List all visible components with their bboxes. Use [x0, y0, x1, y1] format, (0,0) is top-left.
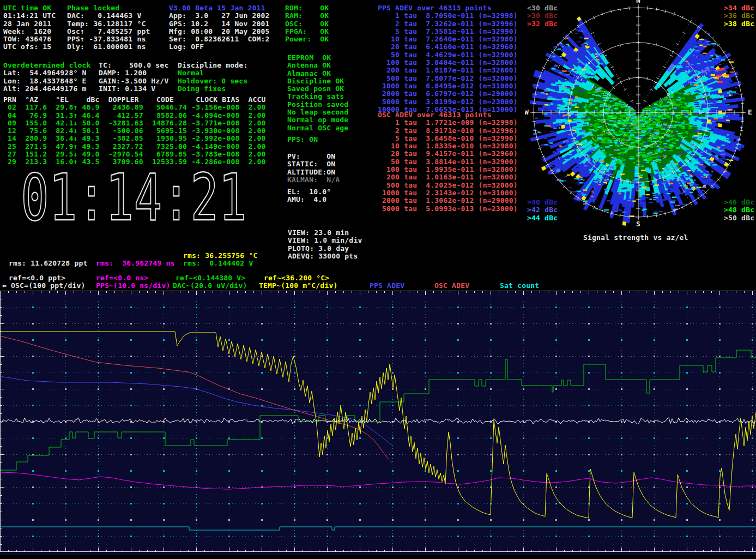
legend-dbc-top-left-line: >30 dBc: [527, 12, 558, 20]
eeprom-status-line: Normal op mode: [287, 116, 348, 124]
legend-dbc-top-right: >34 dBc>36 dBc>38 dBc: [724, 4, 754, 28]
el-amu-line: EL: 10.0°: [287, 188, 331, 196]
plot-label-temp: TEMP~(100 m°C/div): [259, 282, 337, 290]
discipline-mode-line: Holdover: 0 secs: [178, 77, 247, 85]
eeprom-status-line: Position saved: [287, 101, 348, 109]
pps-adev-table-line: 50 tau 4.4629e-011 (n=32900): [378, 51, 518, 59]
osc-adev-table: OSC ADEV over 46313 points 1 tau 1.7721e…: [378, 111, 518, 213]
eeprom-status-line: EEPROM OK: [287, 54, 348, 62]
utc-status-line: 28 Jan 2011: [3, 20, 56, 28]
sat-table-line: 25 271.5 47.9↑ 49.3 2327.72 7325.00 -4.1…: [3, 143, 266, 151]
eeprom-status-line: Normal OSC age: [287, 124, 348, 132]
legend-dbc-top-right-line: >34 dBc: [724, 4, 754, 12]
legend-dbc-top-right-line: >38 dBc: [724, 20, 754, 28]
signal-strength-polar-map: NESW: [525, 0, 756, 231]
el-amu-line: AMU: 4.0: [287, 196, 331, 203]
pps-adev-table-line: 100 tau 3.0404e-011 (n=32800): [378, 59, 518, 67]
loop-params-line: INIT: 0.134 V: [99, 85, 168, 93]
discipline-mode-line: Doing fixes: [178, 85, 247, 93]
pps-adev-table-line: 20 tau 6.4160e-011 (n=32960): [378, 43, 518, 51]
eeprom-status-line: Almanac OK: [287, 70, 348, 77]
view-info-line: ADEVQ: 33000 pts: [288, 253, 362, 260]
discipline-mode-line: Normal: [178, 69, 247, 77]
el-amu: EL: 10.0°AMU: 4.0: [287, 188, 331, 204]
osc-params-line: PPS↑ -37.833481 ns: [67, 35, 150, 43]
pps-adev-table: PPS ADEV over 46313 points 1 tau 8.7050e…: [378, 4, 518, 113]
osc-adev-table-line: OSC ADEV over 46313 points: [378, 111, 518, 119]
fix-mode-line: STATIC: ON: [287, 160, 340, 168]
plot-label-dac-line: DAC~(20.0 uV/div): [173, 282, 247, 290]
version-info-line: V3.00 Beta 15 Jan 2011: [169, 4, 270, 12]
utc-status: UTC time OK01:14:21 UTC28 Jan 2011Week: …: [3, 4, 56, 51]
plot-label-pps-adev-line: PPS ADEV: [370, 282, 404, 290]
plot-label-osc-adev: OSC ADEV: [434, 282, 469, 290]
eeprom-status-line: Antenna OK: [287, 62, 348, 69]
utc-status-line: TOW: 436476: [3, 35, 56, 43]
version-info-line: Mfg: 08:00 20 May 2005: [169, 28, 270, 35]
osc-adev-table-line: 500 tau 4.2025e-012 (n=32000): [378, 182, 518, 189]
receiver-status-line: ROM: OK: [285, 4, 329, 12]
pps-adev-table-line: 2 tau 7.3262e-011 (n=32996): [378, 20, 518, 28]
rms-osc: rms: 11.620728 ppt: [9, 260, 87, 267]
od-clock-line: Overdetermined clock: [3, 62, 91, 69]
osc-adev-table-line: 1 tau 1.7721e-009 (n=32998): [378, 119, 518, 127]
plot-label-osc-line: ⇐ OSC=(100 ppt/div): [2, 282, 86, 290]
compass-N: N: [636, 0, 640, 4]
osc-adev-table-line: 5000 tau 5.0993e-013 (n=23000): [378, 205, 518, 213]
legend-dbc-bottom-right-line: >48 dBc: [724, 206, 754, 214]
sat-table-line: 04 76.9 31.3↑ 46.4 412.57 8582.06 -4.094…: [3, 112, 266, 119]
discipline-mode-line: Discipline mode:: [178, 62, 247, 69]
sat-table-line: 12 75.6 82.4↓ 50.1 -500.86 5695.15 -3.93…: [3, 127, 266, 135]
od-clock-line: Alt: 204.46449176 m: [3, 85, 91, 93]
pps-adev-table-line: 10 tau 7.2640e-011 (n=32980): [378, 35, 518, 43]
plot-label-osc: ⇐ OSC=(100 ppt/div): [2, 282, 86, 290]
plot-label-temp-line: TEMP~(100 m°C/div): [259, 282, 337, 290]
loop-params-line: DAMP: 1.200: [99, 69, 168, 77]
receiver-status: ROM: OKRAM: OKOSC: OKFPGA: OKPower: OK: [285, 4, 329, 43]
osc-params-line: DAC: 0.144463 V: [67, 12, 150, 20]
version-info-line: Log: OFF: [169, 43, 270, 51]
plot-label-pps-adev: PPS ADEV: [370, 282, 404, 290]
pps-adev-table-line: 2000 tau 6.6797e-012 (n=29000): [378, 90, 518, 98]
receiver-status-line: OSC: OK: [285, 20, 329, 28]
loop-params: TC: 500.0 secDAMP: 1.200GAIN:-3.500 Hz/V…: [99, 62, 168, 93]
legend-dbc-bottom-right: >46 dBc>48 dBc>50 dBc: [724, 199, 754, 222]
view-info-line: VIEW: 23.0 min: [288, 229, 362, 237]
discipline-mode: Discipline mode:NormalHoldover: 0 secsDo…: [178, 62, 247, 93]
eeprom-status-line: Saved posn OK: [287, 85, 348, 93]
pps-adev-table-line: 1 tau 8.7050e-011 (n=32998): [378, 12, 518, 20]
view-info: VIEW: 23.0 minVIEW: 1.0 min/divPLOTQ: 3.…: [288, 229, 362, 260]
osc-params-line: Osc↑ 7.485257 ppt: [67, 28, 150, 35]
big-clock-digits: 01:14:21: [21, 164, 247, 226]
sat-table-line: PRN °AZ °EL dBc DOPPLER CODE CLOCK BIAS …: [3, 96, 266, 104]
version-info-line: GPS: 10.2 14 Nov 2001: [169, 20, 270, 28]
utc-status-line: Week: 1620: [3, 28, 56, 35]
pps-adev-table-line: 5 tau 7.3581e-011 (n=32990): [378, 28, 518, 35]
osc-adev-table-line: 200 tau 1.0163e-011 (n=32600): [378, 173, 518, 181]
osc-params: Phase lockedDAC: 0.144463 VTemp: 36.1281…: [67, 4, 150, 51]
version-info-line: App: 3.0 27 Jun 2002: [169, 12, 270, 20]
rms-pps: rms: 36.962749 ns: [96, 260, 174, 267]
version-info: V3.00 Beta 15 Jan 2011App: 3.0 27 Jun 20…: [169, 4, 270, 51]
rms-dac: rms: 0.144402 V: [183, 260, 253, 267]
fix-mode-line: PV: ON: [287, 153, 340, 160]
eeprom-status-line: Tracking sats: [287, 93, 348, 100]
legend-dbc-top-left: <30 dBc>30 dBc>32 dBc: [527, 4, 558, 28]
view-info-line: PLOTQ: 3.0 day: [288, 245, 362, 253]
osc-adev-table-line: 10 tau 1.8335e-010 (n=32980): [378, 142, 518, 150]
legend-dbc-bottom-right-line: >50 dBc: [724, 214, 754, 222]
receiver-status-line: FPGA: OK: [285, 28, 329, 35]
legend-dbc-bottom-right-line: >46 dBc: [724, 199, 754, 206]
view-info-line: VIEW: 1.0 min/div: [288, 237, 362, 244]
legend-dbc-bottom-left-line: >40 dBc: [527, 199, 558, 206]
osc-params-line: Phase locked: [67, 4, 150, 12]
pps-adev-table-line: PPS ADEV over 46313 points: [378, 4, 518, 12]
sat-table-line: 29 213.3 16.0↑ 43.5 3709.60 12533.59 -4.…: [3, 158, 266, 166]
legend-dbc-top-right-line: >36 dBc: [724, 12, 754, 20]
plot-label-dac: DAC~(20.0 uV/div): [173, 282, 247, 290]
compass-W: W: [525, 108, 529, 116]
sat-table-line: 27 151.2 29.5↓ 49.0 -2970.54 6789.85 -3.…: [3, 151, 266, 158]
eeprom-status: EEPROM OKAntenna OKAlmanac OKDiscipline …: [287, 54, 348, 132]
osc-adev-table-line: 5 tau 3.6458e-010 (n=32990): [378, 135, 518, 142]
eeprom-status-line: No leap second: [287, 109, 348, 116]
